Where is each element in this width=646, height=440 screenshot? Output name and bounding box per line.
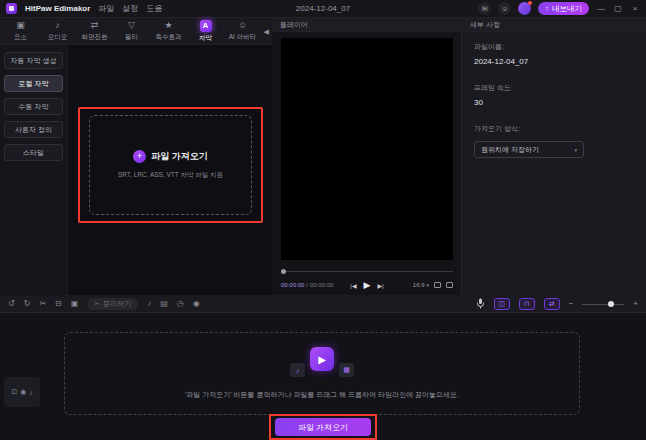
import-mode-value: 원위치에 저장하기 — [481, 145, 539, 155]
timeline-empty-hint: '파일 가져오기' 버튼을 클릭하거나 파일을 드래그 해 드롭하여 타임라인에… — [185, 390, 459, 400]
minimize-button[interactable]: — — [596, 4, 606, 13]
zoom-slider-handle[interactable] — [608, 301, 614, 307]
previous-frame-icon[interactable]: |◀ — [350, 282, 356, 289]
filename-label: 파일이름: — [474, 42, 634, 52]
tab-subtitle[interactable]: A 자막 — [187, 18, 224, 44]
project-name: 2024-12-04_07 — [296, 4, 350, 13]
timeline-zoom-slider[interactable] — [582, 299, 624, 309]
feedback-icon[interactable]: ✉ — [478, 2, 491, 15]
sidebar-item-manual-subtitle[interactable]: 수동 자막 — [4, 98, 63, 115]
scrubber-handle[interactable] — [281, 269, 286, 274]
redo-icon[interactable]: ↻ — [24, 300, 31, 308]
transition-icon: ⇄ — [91, 20, 99, 31]
delete-icon[interactable]: ⊟ — [55, 300, 62, 308]
left-region: ▣ 요소 ♪ 오디오 ⇄ 화면전환 ▽ 필터 ★ 특수효과 A 자막 — [0, 18, 272, 295]
magnet-snap-toggle-icon[interactable]: ⊓ — [519, 298, 535, 310]
crop-icon[interactable]: ▣ — [71, 300, 79, 308]
tab-audio[interactable]: ♪ 오디오 — [39, 18, 76, 44]
import-mode-dropdown[interactable]: 원위치에 저장하기 ▾ — [474, 141, 584, 158]
chevron-down-icon: ▾ — [574, 147, 577, 153]
ai-avatar-icon: ☺ — [238, 20, 247, 31]
menu-help[interactable]: 도움 — [146, 3, 162, 14]
tab-filter[interactable]: ▽ 필터 — [113, 18, 150, 44]
player-controls: 00:00:00 / 00:00:00 |◀ ▶ ▶| 16:9 ▾ — [281, 279, 453, 291]
supported-formats-hint: SRT, LRC, ASS, VTT 자막 파일 지원 — [118, 171, 223, 180]
player-view-options: 16:9 ▾ — [413, 282, 453, 288]
tab-elements[interactable]: ▣ 요소 — [2, 18, 39, 44]
track-lock-icon[interactable]: ⊡ — [11, 388, 17, 396]
export-label: 내보내기 — [552, 4, 582, 14]
auto-ripple-toggle-icon[interactable]: ◫ — [494, 298, 510, 310]
aspect-ratio-value: 16:9 — [413, 282, 425, 288]
subtitle-import-panel: + 파일 가져오기 SRT, LRC, ASS, VTT 자막 파일 지원 — [68, 45, 272, 295]
notification-icon[interactable]: ☺ — [498, 2, 511, 15]
play-icon[interactable]: ▶ — [364, 280, 371, 290]
details-title: 세부 사항 — [462, 18, 646, 32]
titlebar-right: ✉ ☺ ↑내보내기 — ▢ × — [478, 2, 640, 15]
fullscreen-icon[interactable] — [446, 282, 453, 288]
menu-file[interactable]: 파일 — [98, 3, 114, 14]
tab-ai-avatar[interactable]: ☺ AI 아바타 — [224, 18, 261, 44]
user-avatar[interactable] — [518, 2, 531, 15]
framerate-value: 30 — [474, 98, 634, 107]
music-chip-icon: ♪ — [290, 363, 305, 377]
export-button[interactable]: ↑내보내기 — [538, 2, 589, 15]
zoom-in-icon[interactable]: + — [633, 299, 638, 308]
mute-track-icon[interactable]: ♪ — [147, 300, 151, 308]
import-file-label: 파일 가져오기 — [151, 150, 208, 163]
sidebar-item-auto-subtitle[interactable]: 자동 자막 생성 — [4, 52, 63, 69]
app-window: HitPaw Edimakor 파일 설정 도움 2024-12-04_07 ✉… — [0, 0, 646, 440]
timeline-import-button[interactable]: 파일 가져오기 — [275, 418, 371, 436]
subtitle-file-dropzone[interactable]: + 파일 가져오기 SRT, LRC, ASS, VTT 자막 파일 지원 — [89, 115, 252, 215]
track-visibility-icon[interactable]: ◉ — [20, 388, 26, 396]
track-controls: ⊡ ◉ ♪ — [4, 377, 40, 407]
player-title: 플레이어 — [272, 18, 461, 32]
media-illustration: ♪ ▶ ▦ — [284, 347, 360, 381]
tab-filter-label: 필터 — [125, 33, 138, 42]
zoom-out-icon[interactable]: − — [569, 299, 574, 308]
subtitle-icon: A — [200, 20, 212, 32]
framerate-label: 프레임 속도: — [474, 83, 634, 93]
timeline-area[interactable]: ⊡ ◉ ♪ ♪ ▶ ▦ '파일 가져오기' 버튼을 클릭하거나 파일을 드래그 … — [0, 313, 646, 440]
tab-effects[interactable]: ★ 특수효과 — [150, 18, 187, 44]
elements-icon: ▣ — [16, 20, 25, 31]
player-scrubber[interactable] — [281, 268, 453, 275]
timeline-dropzone[interactable]: ♪ ▶ ▦ '파일 가져오기' 버튼을 클릭하거나 파일을 드래그 해 드롭하여… — [64, 332, 580, 415]
video-play-illustration-icon: ▶ — [310, 347, 334, 371]
maximize-button[interactable]: ▢ — [613, 4, 623, 13]
image-chip-icon: ▦ — [339, 363, 354, 377]
next-frame-icon[interactable]: ▶| — [377, 282, 383, 289]
fit-screen-icon[interactable] — [434, 282, 441, 288]
sidebar-item-custom[interactable]: 사용자 정의 — [4, 121, 63, 138]
app-logo-icon — [6, 3, 17, 14]
close-button[interactable]: × — [630, 4, 640, 13]
timeline-toolbar: ↺ ↻ ✂ ⊟ ▣ ✂ 분리하기 ♪ ▤ ◷ ◉ ◫ ⊓ ⇄ − — [0, 295, 646, 313]
details-body: 파일이름: 2024-12-04_07 프레임 속도: 30 가져오기 방식: … — [462, 32, 646, 158]
speed-icon[interactable]: ◷ — [177, 300, 184, 308]
sidebar-item-style[interactable]: 스타일 — [4, 144, 63, 161]
link-toggle-icon[interactable]: ⇄ — [544, 298, 560, 310]
tab-audio-label: 오디오 — [48, 33, 68, 42]
export-icon: ↑ — [545, 4, 549, 13]
app-title: HitPaw Edimakor — [25, 4, 90, 13]
dropzone-main: + 파일 가져오기 — [133, 150, 208, 163]
split-icon[interactable]: ✂ — [39, 300, 46, 308]
split-button[interactable]: ✂ 분리하기 — [87, 298, 138, 310]
undo-icon[interactable]: ↺ — [8, 300, 15, 308]
microphone-icon[interactable] — [476, 298, 485, 309]
subtitle-sidebar: 자동 자막 생성 로컬 자막 수동 자막 사용자 정의 스타일 — [0, 45, 68, 295]
aspect-ratio-select[interactable]: 16:9 ▾ — [413, 282, 429, 288]
current-time: 00:00:00 — [281, 282, 304, 288]
transport-controls: |◀ ▶ ▶| — [350, 280, 383, 290]
marker-icon[interactable]: ▤ — [160, 300, 168, 308]
time-separator: / — [306, 282, 308, 288]
collapse-panel-icon[interactable]: ◀ — [264, 28, 269, 36]
record-icon[interactable]: ◉ — [193, 300, 200, 308]
sidebar-item-local-subtitle[interactable]: 로컬 자막 — [4, 75, 63, 92]
tab-transition[interactable]: ⇄ 화면전환 — [76, 18, 113, 44]
tab-effects-label: 특수효과 — [156, 33, 182, 42]
toolbar-left-group: ↺ ↻ ✂ ⊟ ▣ ✂ 분리하기 ♪ ▤ ◷ ◉ — [8, 298, 200, 310]
track-audio-icon[interactable]: ♪ — [29, 389, 33, 396]
menu-settings[interactable]: 설정 — [122, 3, 138, 14]
player-panel: 플레이어 00:00:00 / 00:00:00 |◀ ▶ ▶| 16:9 ▾ — [272, 18, 462, 295]
